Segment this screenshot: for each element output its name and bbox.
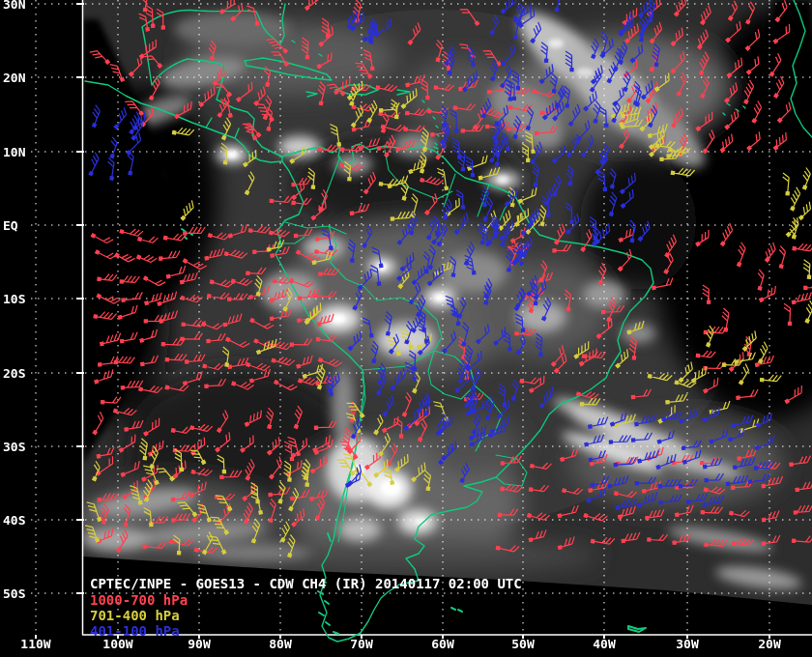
wind-barb — [783, 303, 792, 325]
wind-barb — [97, 290, 120, 306]
wind-barb — [634, 414, 657, 426]
wind-barb — [159, 250, 180, 260]
wind-barb — [531, 460, 552, 471]
wind-barb — [789, 456, 811, 467]
wind-barb — [421, 79, 429, 100]
wind-barb-layer — [85, 0, 812, 557]
wind-barb — [615, 499, 637, 509]
wind-barb — [557, 505, 580, 518]
wind-barb — [794, 505, 812, 514]
wind-barb — [117, 305, 140, 319]
wind-barb — [792, 534, 812, 544]
wind-barb — [283, 461, 293, 481]
wind-barb — [705, 473, 724, 481]
wind-barb — [724, 1, 740, 20]
wind-barb — [588, 417, 609, 429]
wind-barb — [157, 465, 174, 484]
wind-barb — [648, 370, 672, 383]
wind-barb — [126, 56, 146, 76]
lat-label: 30S — [3, 440, 25, 454]
wind-barb — [675, 505, 695, 517]
wind-barb — [648, 533, 668, 542]
wind-barb — [376, 81, 397, 94]
wind-barb — [340, 158, 362, 173]
wind-barb — [367, 341, 381, 363]
wind-barb — [645, 509, 665, 520]
wind-barb — [330, 123, 340, 146]
wind-barb — [701, 407, 722, 421]
wind-barb — [172, 127, 193, 138]
lon-label: 20W — [758, 637, 780, 651]
wind-barb — [693, 112, 716, 130]
wind-barb — [761, 374, 782, 384]
wind-barb — [733, 537, 754, 548]
wind-barb — [652, 278, 675, 290]
wind-barb — [535, 261, 550, 282]
legend-item: 1000-700 hPa — [90, 592, 522, 608]
wind-barb — [515, 313, 525, 332]
wind-barb — [726, 475, 749, 486]
wind-barb — [395, 418, 404, 438]
wind-barb — [308, 455, 332, 473]
wind-barb — [90, 47, 109, 68]
wind-barb — [804, 281, 812, 290]
wind-barb — [748, 100, 765, 123]
wind-barb — [584, 435, 605, 446]
coast-small-islands — [182, 229, 646, 634]
wind-barb — [761, 510, 780, 521]
wind-barb — [349, 289, 364, 309]
wind-barb — [144, 272, 165, 289]
wind-barb — [119, 504, 132, 527]
wind-barb — [120, 225, 143, 239]
wind-barb — [771, 0, 791, 21]
wind-barb — [379, 395, 397, 416]
wind-barb — [528, 529, 548, 541]
wind-barb — [627, 44, 647, 63]
wind-barb — [594, 263, 609, 284]
wind-barb — [349, 204, 370, 215]
wind-barb — [234, 82, 256, 101]
lon-label: 90W — [188, 637, 210, 651]
wind-barb — [372, 18, 395, 37]
wind-barb — [439, 331, 459, 354]
wind-barb — [265, 499, 278, 522]
wind-barb — [498, 44, 519, 66]
wind-barb — [536, 386, 558, 408]
wind-barb — [511, 71, 520, 90]
wind-barb — [766, 53, 784, 76]
wind-barb — [313, 365, 328, 388]
wind-barb — [241, 150, 260, 167]
wind-barb — [682, 441, 702, 450]
wind-barb — [625, 321, 646, 334]
wind-barb — [210, 275, 234, 290]
wind-barb — [182, 371, 205, 385]
wind-barb — [139, 383, 162, 395]
wind-barb — [420, 394, 432, 415]
wind-barb — [238, 435, 257, 452]
wind-barb — [734, 353, 757, 364]
wind-barb — [119, 461, 142, 476]
wind-barb — [222, 313, 244, 326]
wind-barb — [409, 266, 429, 284]
wind-barb — [447, 257, 457, 277]
wind-barb — [301, 38, 309, 59]
wind-barb — [345, 331, 365, 351]
wind-barb — [466, 157, 474, 177]
wind-barb — [137, 251, 158, 266]
wind-barb — [744, 131, 765, 150]
lon-label: 110W — [20, 637, 50, 651]
wind-barb — [314, 421, 336, 430]
wind-barb — [786, 187, 802, 211]
wind-barb — [535, 126, 558, 134]
wind-barb — [635, 221, 653, 242]
wind-barb — [702, 378, 722, 393]
wind-barb — [496, 541, 519, 554]
wind-barb — [85, 153, 102, 176]
wind-barb — [622, 60, 642, 76]
wind-barb — [391, 212, 414, 221]
wind-barb — [387, 368, 408, 389]
wind-barb — [382, 312, 394, 336]
wind-barb — [607, 476, 630, 488]
wind-barb — [124, 152, 135, 175]
wind-barb — [617, 173, 639, 193]
